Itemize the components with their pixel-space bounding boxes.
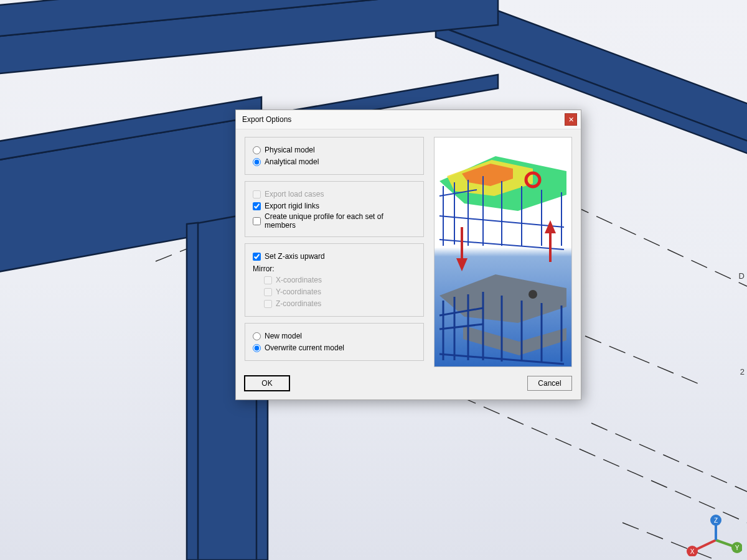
- cancel-button[interactable]: Cancel: [527, 376, 572, 391]
- label-mirror-z: Z-coordinates: [276, 299, 321, 308]
- label-overwrite-model[interactable]: Overwrite current model: [265, 343, 344, 352]
- label-new-model[interactable]: New model: [265, 332, 302, 340]
- svg-marker-43: [547, 223, 554, 232]
- group-axis: Set Z-axis upward Mirror: X-coordinates …: [245, 243, 424, 317]
- group-model-type: Physical model Analytical model: [245, 137, 424, 175]
- label-analytical-model[interactable]: Analytical model: [265, 157, 319, 166]
- export-options-dialog: Export Options ✕ Physical model Analytic…: [235, 110, 581, 400]
- svg-marker-44: [439, 274, 566, 323]
- label-unique-profile[interactable]: Create unique profile for each set of me…: [265, 212, 416, 230]
- label-mirror: Mirror:: [253, 264, 416, 273]
- close-icon: ✕: [568, 116, 574, 123]
- svg-line-0: [573, 205, 747, 286]
- svg-text:Y: Y: [735, 544, 740, 551]
- checkbox-mirror-x: [264, 276, 272, 284]
- ok-button[interactable]: OK: [245, 376, 289, 391]
- svg-marker-14: [187, 223, 198, 560]
- viewport-label-2: 2: [740, 367, 745, 376]
- label-export-load-cases: Export load cases: [265, 190, 324, 198]
- preview-image: [434, 137, 572, 367]
- group-target: New model Overwrite current model: [245, 323, 424, 361]
- label-mirror-x: X-coordinates: [276, 276, 322, 284]
- svg-marker-45: [463, 325, 566, 355]
- radio-analytical-model[interactable]: [253, 158, 261, 166]
- axis-gizmo[interactable]: X Y Z: [667, 513, 742, 556]
- close-button[interactable]: ✕: [565, 113, 577, 126]
- checkbox-export-load-cases: [253, 190, 261, 198]
- svg-line-3: [591, 423, 747, 492]
- checkbox-unique-profile[interactable]: [253, 217, 261, 225]
- svg-line-2: [436, 386, 747, 523]
- viewport-label-d: D: [739, 271, 745, 281]
- svg-marker-41: [458, 259, 466, 268]
- svg-line-4: [585, 336, 703, 386]
- radio-overwrite-model[interactable]: [253, 344, 261, 352]
- dialog-titlebar[interactable]: Export Options ✕: [236, 110, 581, 129]
- label-export-rigid-links[interactable]: Export rigid links: [265, 202, 319, 210]
- svg-text:Z: Z: [714, 517, 718, 524]
- radio-physical-model[interactable]: [253, 146, 261, 154]
- label-physical-model[interactable]: Physical model: [265, 146, 315, 154]
- checkbox-mirror-y: [264, 288, 272, 296]
- dialog-title: Export Options: [242, 115, 565, 124]
- group-export-flags: Export load cases Export rigid links Cre…: [245, 181, 424, 237]
- label-mirror-y: Y-coordinates: [276, 287, 321, 296]
- svg-point-46: [529, 290, 537, 299]
- label-z-axis-upward[interactable]: Set Z-axis upward: [265, 252, 325, 261]
- svg-line-55: [439, 324, 483, 329]
- checkbox-z-axis-upward[interactable]: [253, 253, 261, 261]
- svg-text:X: X: [690, 548, 695, 555]
- radio-new-model[interactable]: [253, 332, 261, 340]
- checkbox-export-rigid-links[interactable]: [253, 202, 261, 210]
- checkbox-mirror-z: [264, 300, 272, 308]
